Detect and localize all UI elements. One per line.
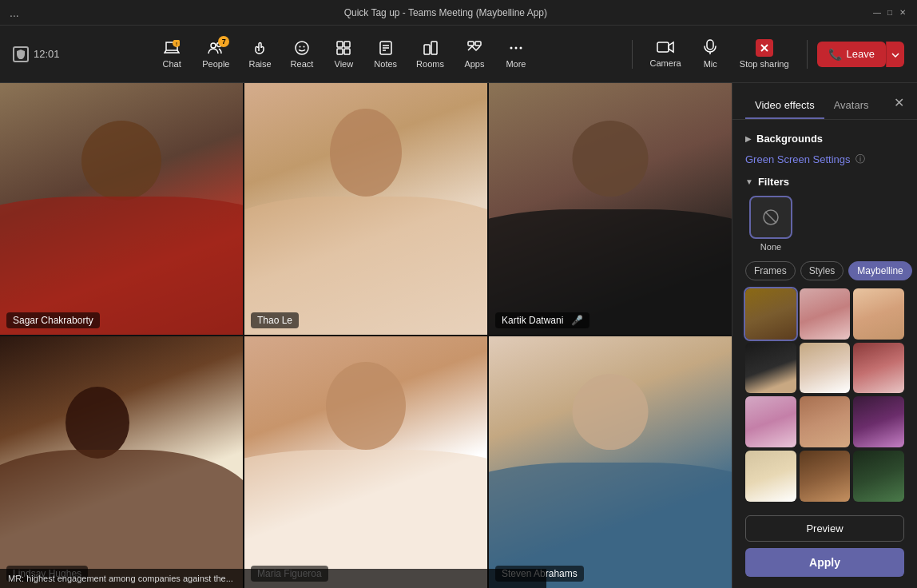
filter-none-box[interactable]	[749, 196, 792, 239]
filter-item-11[interactable]	[800, 451, 851, 502]
side-panel: Video effects Avatars ✕ ▶ Backgrounds Gr…	[732, 83, 917, 588]
chat-label: Chat	[163, 59, 181, 69]
react-label: React	[291, 59, 314, 69]
react-icon	[293, 39, 311, 57]
name-tag-2: Thao Le	[251, 312, 299, 328]
filter-none-label: None	[760, 242, 781, 252]
rooms-icon	[422, 39, 439, 57]
green-screen-link[interactable]: Green Screen Settings	[745, 153, 851, 165]
leave-dropdown-button[interactable]	[886, 42, 904, 67]
filter-item-6[interactable]	[853, 343, 904, 394]
view-label: View	[335, 59, 354, 69]
video-cell-1: Sagar Chakraborty	[0, 83, 243, 335]
filter-item-7[interactable]	[745, 396, 796, 447]
video-cell-4: Lindsay Hughes	[0, 336, 243, 588]
video-cell-3: Kartik Datwani 🎤	[489, 83, 732, 335]
video-cell-5: Maria Figueroa	[244, 336, 487, 588]
clock: 12:01	[34, 48, 60, 60]
apps-icon	[466, 39, 483, 57]
name-tag-3: Kartik Datwani 🎤	[495, 312, 590, 328]
person-silhouette-5	[244, 336, 487, 588]
mic-muted-icon-3: 🎤	[571, 315, 583, 326]
view-button[interactable]: View	[324, 34, 363, 74]
camera-label: Camera	[650, 58, 681, 68]
raise-icon	[252, 39, 269, 57]
filter-item-5[interactable]	[800, 343, 851, 394]
panel-footer: Preview Apply	[732, 507, 917, 588]
svg-rect-17	[468, 42, 474, 46]
filter-tabs: Frames Styles Maybelline	[745, 261, 904, 280]
svg-rect-23	[707, 40, 713, 50]
filter-item-3[interactable]	[853, 288, 904, 340]
svg-point-19	[510, 47, 512, 50]
maximize-button[interactable]: □	[885, 8, 895, 18]
person-silhouette-1	[0, 83, 243, 335]
notes-button[interactable]: Notes	[366, 34, 405, 74]
video-cell-6: Steven Abrahams	[489, 336, 732, 588]
person-silhouette-4	[0, 336, 243, 588]
leave-label: Leave	[847, 48, 875, 60]
name-2: Thao Le	[257, 315, 292, 326]
stop-sharing-button[interactable]: Stop sharing	[732, 34, 797, 74]
close-button[interactable]: ✕	[898, 8, 907, 18]
more-button[interactable]: More	[497, 34, 535, 74]
rooms-label: Rooms	[416, 59, 444, 69]
svg-text:!: !	[176, 42, 177, 46]
rooms-button[interactable]: Rooms	[408, 34, 452, 74]
filter-item-10[interactable]	[745, 451, 796, 502]
filters-title: Filters	[758, 176, 789, 188]
panel-tabs: Video effects Avatars ✕	[732, 83, 917, 120]
react-button[interactable]: React	[283, 34, 322, 74]
apps-label: Apps	[464, 59, 484, 69]
video-cell-2: Thao Le	[244, 83, 487, 335]
person-silhouette-6	[489, 336, 732, 588]
backgrounds-arrow-icon: ▶	[745, 134, 752, 143]
svg-rect-10	[344, 49, 350, 54]
phone-icon: 📞	[828, 48, 842, 61]
leave-button[interactable]: 📞 Leave	[817, 42, 886, 67]
svg-rect-22	[657, 42, 669, 52]
filter-tab-maybelline[interactable]: Maybelline	[848, 261, 911, 280]
filter-item-4[interactable]	[745, 343, 796, 394]
chat-button[interactable]: ! Chat	[153, 34, 191, 74]
apps-button[interactable]: Apps	[455, 34, 494, 74]
filter-item-1[interactable]	[745, 288, 796, 340]
stop-sharing-icon	[756, 39, 773, 57]
svg-point-20	[514, 47, 517, 50]
filters-arrow-icon: ▼	[745, 177, 753, 186]
filter-item-8[interactable]	[800, 396, 851, 447]
people-button[interactable]: 7 People	[194, 34, 237, 74]
filters-section-header: ▼ Filters	[745, 176, 904, 188]
tab-avatars[interactable]: Avatars	[824, 93, 879, 119]
mic-button[interactable]: Mic	[696, 34, 725, 74]
raise-button[interactable]: Raise	[240, 34, 279, 74]
people-icon: 7	[207, 39, 224, 57]
filter-tab-frames[interactable]: Frames	[745, 261, 796, 280]
green-screen-row: Green Screen Settings ⓘ	[745, 153, 904, 166]
info-icon[interactable]: ⓘ	[855, 153, 865, 166]
window-menu-dots[interactable]: ...	[10, 6, 19, 19]
svg-rect-16	[431, 42, 437, 54]
svg-point-2	[211, 43, 216, 48]
window-title: Quick Tag up - Teams Meeting (Maybelline…	[19, 7, 872, 18]
titlebar: ... Quick Tag up - Teams Meeting (Maybel…	[0, 0, 917, 26]
filter-item-2[interactable]	[800, 288, 851, 340]
stop-sharing-label: Stop sharing	[740, 59, 789, 69]
filter-item-12[interactable]	[853, 451, 904, 502]
apply-button[interactable]: Apply	[745, 548, 904, 577]
tab-video-effects[interactable]: Video effects	[745, 93, 824, 119]
more-label: More	[506, 59, 526, 69]
svg-line-28	[765, 212, 776, 223]
person-silhouette-2	[244, 83, 487, 335]
svg-point-21	[519, 47, 522, 50]
filter-none[interactable]: None	[745, 196, 796, 252]
filter-grid	[745, 288, 904, 502]
panel-close-button[interactable]: ✕	[894, 95, 904, 117]
filter-item-9[interactable]	[853, 396, 904, 447]
view-icon	[335, 39, 352, 57]
preview-button[interactable]: Preview	[745, 515, 904, 542]
filter-tab-styles[interactable]: Styles	[800, 261, 844, 280]
camera-button[interactable]: Camera	[642, 35, 689, 73]
minimize-button[interactable]: —	[872, 8, 882, 18]
name-1: Sagar Chakraborty	[13, 315, 93, 326]
